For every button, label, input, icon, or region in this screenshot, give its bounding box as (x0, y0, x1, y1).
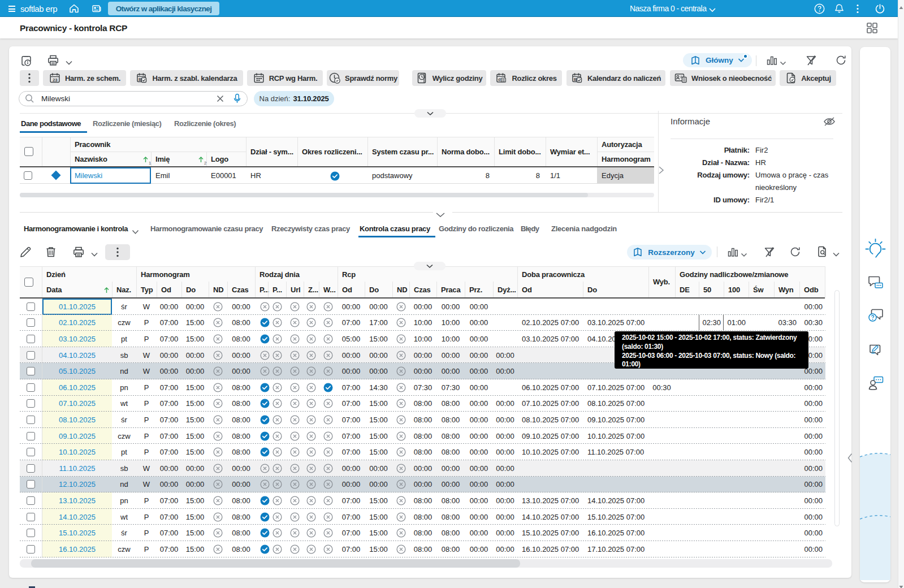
svg-text:d: d (498, 77, 501, 82)
svg-text:23: 23 (53, 77, 58, 83)
